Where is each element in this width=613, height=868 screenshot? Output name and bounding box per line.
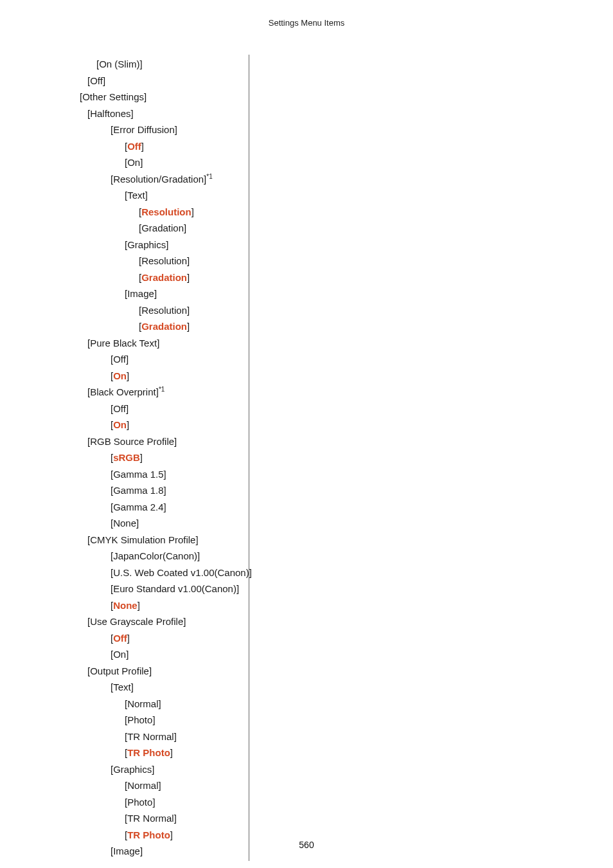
settings-item-label: Halftones: [90, 108, 130, 119]
settings-item-label: Output Profile: [90, 665, 149, 676]
settings-item-label: TR Normal: [127, 731, 174, 742]
page-number: 560: [0, 840, 613, 850]
bracket-close: ]: [174, 813, 177, 824]
settings-item: [Text]: [77, 679, 244, 696]
page: Settings Menu Items [On (Slim)][Off][Oth…: [0, 0, 613, 868]
settings-item: [Resolution/Gradation]*1: [77, 171, 244, 188]
bracket-close: ]: [187, 255, 190, 266]
settings-item-label: TR Photo: [127, 747, 170, 758]
settings-item-label: On: [113, 370, 127, 381]
bracket-close: ]: [187, 305, 190, 316]
settings-item-label: Error Diffusion: [113, 124, 175, 135]
settings-item: [Off]: [77, 138, 244, 155]
settings-item-label: Off: [113, 403, 126, 414]
settings-item: [Use Grayscale Profile]: [77, 613, 244, 630]
settings-item-label: Off: [127, 141, 141, 152]
settings-item-label: Photo: [127, 797, 152, 808]
bracket-close: ]: [103, 75, 105, 86]
settings-item: [Normal]: [77, 777, 244, 794]
settings-item: [Gamma 1.8]: [77, 482, 244, 499]
bracket-close: ]: [141, 141, 144, 152]
settings-item: [None]: [77, 597, 244, 614]
settings-item: [Gradation]: [77, 318, 244, 335]
settings-item-label: JapanColor(Canon): [113, 550, 197, 561]
settings-item-label: Gradation: [141, 272, 187, 283]
settings-item-label: CMYK Simulation Profile: [90, 534, 195, 545]
settings-item-label: Normal: [127, 698, 158, 709]
settings-item: [On]: [77, 417, 244, 433]
settings-item: [Black Overprint]*1: [77, 384, 244, 401]
settings-item-label: Photo: [127, 714, 152, 725]
bracket-close: ]: [154, 288, 157, 299]
settings-item-label: Image: [127, 288, 154, 299]
bracket-close: ]: [126, 403, 129, 414]
settings-item-label: Graphics: [113, 764, 152, 775]
footnote-marker: *1: [206, 173, 212, 180]
bracket-close: ]: [149, 665, 152, 676]
settings-item: [Output Profile]: [77, 663, 244, 680]
bracket-close: ]: [164, 485, 166, 496]
settings-item-label: Pure Black Text: [90, 338, 157, 348]
settings-item-label: Resolution/Gradation: [113, 174, 204, 185]
bracket-close: ]: [183, 616, 186, 627]
settings-item: [Graphics]: [77, 761, 244, 778]
settings-item: [Off]: [77, 401, 244, 417]
settings-item-label: Text: [113, 682, 131, 692]
settings-item-label: Use Grayscale Profile: [90, 616, 183, 627]
bracket-close: ]: [131, 108, 134, 119]
settings-item: [RGB Source Profile]: [77, 433, 244, 450]
settings-item: [Resolution]: [77, 253, 244, 269]
settings-item-label: Gradation: [141, 321, 187, 332]
settings-item-label: Resolution: [141, 255, 187, 266]
bracket-close: ]: [159, 780, 161, 791]
bracket-close: ]: [164, 502, 166, 512]
settings-item-label: Off: [113, 633, 127, 644]
settings-item-label: Euro Standard v1.00(Canon): [113, 583, 236, 594]
settings-item-label: On (Slim): [99, 59, 139, 69]
bracket-close: ]: [195, 534, 198, 545]
bracket-close: ]: [159, 698, 161, 709]
bracket-close: ]: [174, 436, 177, 447]
settings-item: [Photo]: [77, 712, 244, 728]
bracket-close: ]: [164, 469, 166, 480]
settings-item: [Gamma 1.5]: [77, 466, 244, 483]
bracket-close: ]: [187, 272, 190, 283]
bracket-close: ]: [152, 797, 155, 808]
footnote-marker: *1: [159, 386, 164, 393]
settings-item: [Pure Black Text]: [77, 335, 244, 352]
settings-item-label: sRGB: [113, 452, 140, 463]
bracket-close: ]: [131, 682, 134, 692]
settings-item: [Text]: [77, 187, 244, 204]
settings-item: [TR Normal]: [77, 728, 244, 745]
bracket-close: ]: [175, 124, 177, 135]
settings-item-label: Gamma 1.5: [113, 469, 163, 480]
settings-item-label: On: [113, 649, 126, 660]
bracket-close: ]: [127, 633, 130, 644]
bracket-close: ]: [249, 567, 252, 578]
bracket-close: ]: [140, 452, 143, 463]
settings-item: [Photo]: [77, 794, 244, 811]
bracket-close: ]: [184, 222, 186, 233]
settings-item: [Gradation]: [77, 269, 244, 286]
settings-item-label: U.S. Web Coated v1.00(Canon): [113, 567, 249, 578]
bracket-close: ]: [191, 206, 194, 217]
settings-item: [Gradation]: [77, 220, 244, 237]
bracket-close: ]: [126, 354, 129, 365]
bracket-close: ]: [187, 321, 190, 332]
bracket-close: ]: [136, 518, 139, 529]
settings-item: [On]: [77, 154, 244, 171]
bracket-close: ]: [236, 583, 239, 594]
settings-item-label: Off: [113, 354, 126, 365]
settings-item-label: RGB Source Profile: [90, 436, 174, 447]
settings-item-label: TR Photo: [127, 829, 170, 840]
settings-item: [Image]: [77, 285, 244, 302]
settings-item: [None]: [77, 515, 244, 532]
bracket-close: ]: [138, 600, 140, 611]
settings-item-label: Gamma 1.8: [113, 485, 163, 496]
settings-tree: [On (Slim)][Off][Other Settings][Halfton…: [77, 55, 463, 861]
settings-item: [On]: [77, 368, 244, 384]
settings-item: [Gamma 2.4]: [77, 499, 244, 516]
bracket-close: ]: [197, 550, 200, 561]
settings-item-label: Off: [90, 75, 103, 86]
bracket-close: ]: [140, 59, 143, 69]
